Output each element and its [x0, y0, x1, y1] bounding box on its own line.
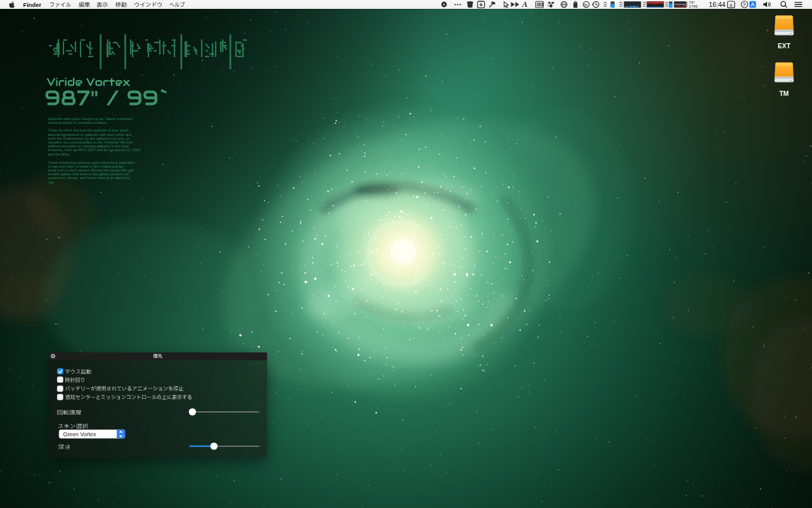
svg-text:EXT: EXT [778, 43, 791, 50]
svg-text:and the“Mice.: and the“Mice. [48, 152, 71, 156]
svg-text:These interacting systems opte: These interacting systems opten sport lo… [48, 161, 134, 164]
svg-text:tational interactions or galax: tational interactions or galaxies with e… [48, 133, 132, 137]
svg-text:Today we think that just the o: Today we think that just the oppbsite is… [48, 128, 130, 132]
svg-text:A: A [750, 1, 754, 8]
svg-text:striking examples on merging g: striking examples on merging galaxies in… [48, 144, 129, 148]
svg-text:mergers, are commonplace in th: mergers, are commonplace in the Universe… [48, 140, 133, 144]
svg-text:A: A [521, 0, 528, 9]
svg-text:Galaxies were once thought og: Galaxies were once thought og as “island… [48, 117, 134, 121]
svg-text:tional pull or each system. Du: tional pull or each system. During the m… [48, 168, 134, 172]
svg-text:Finder: Finder [23, 1, 42, 8]
svg-text:in each galaxy disk plow to th: in each galaxy disk plow to the galaxy c… [48, 172, 130, 176]
svg-text:or gas and stars, a result or: or gas and stars, a result or the mutual… [48, 164, 124, 168]
svg-text:evolving slowly in complete is: evolving slowly in complete isolation. [48, 121, 108, 124]
svg-text:Green Vortex: Green Vortex [63, 431, 96, 438]
svg-text:1799: 1799 [689, 4, 698, 8]
svg-text:comes very dense, and forms st: comes very dense, and forms stars at an … [48, 176, 130, 180]
svg-text:8: 8 [730, 3, 732, 8]
svg-text:Universe, such as NGC 2207 and: Universe, such as NGC 2207 and its compa… [48, 148, 141, 152]
svg-text:te: te [584, 3, 588, 7]
svg-text:TM: TM [780, 90, 789, 97]
svg-text:16:44: 16:44 [709, 1, 726, 8]
svg-text:rate.: rate. [48, 180, 56, 184]
svg-text:even the coalescence og two ga: even the coalescence og two galaxies int… [48, 137, 129, 140]
